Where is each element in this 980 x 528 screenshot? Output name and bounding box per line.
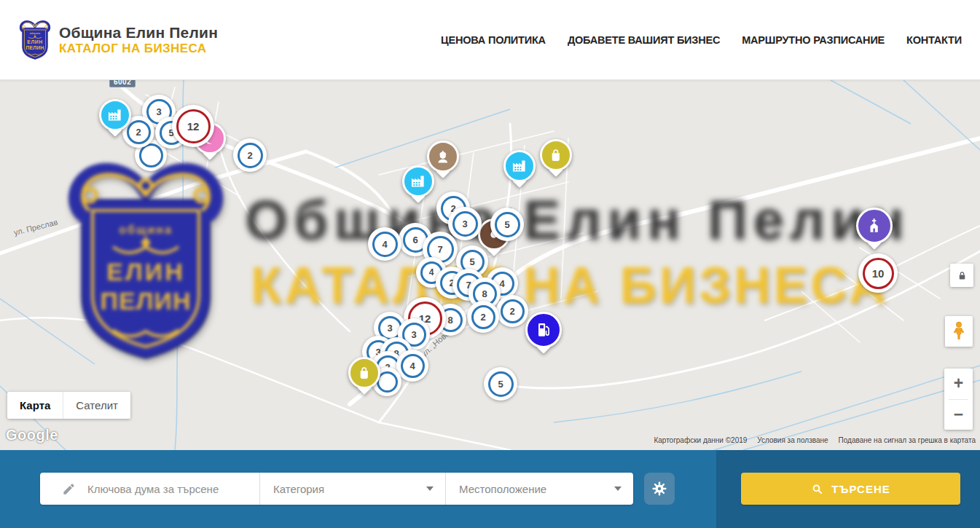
- fuel-pin-marker[interactable]: [525, 312, 562, 348]
- cluster-marker[interactable]: 5: [484, 367, 517, 401]
- cluster-marker[interactable]: 4: [396, 350, 428, 382]
- cluster-marker[interactable]: 5: [490, 208, 524, 241]
- map-type-map-button[interactable]: Карта: [7, 392, 63, 419]
- nav-add-your-business[interactable]: ДОБАВЕТЕ ВАШИЯТ БИЗНЕС: [568, 34, 720, 46]
- map-attribution: Картографски данни ©2019 Условия за полз…: [654, 436, 976, 444]
- cluster-marker[interactable]: 12: [172, 105, 214, 147]
- keyword-field-wrap: [40, 473, 260, 505]
- category-select-value: Категория: [273, 483, 324, 495]
- factory-pin-marker[interactable]: [99, 99, 131, 131]
- search-icon: [811, 483, 823, 495]
- zoom-out-button[interactable]: −: [944, 400, 973, 430]
- street-view-pegman-button[interactable]: [945, 316, 973, 347]
- nav-route-schedule[interactable]: МАРШРУТНО РАЗПИСАНИЕ: [742, 34, 885, 46]
- factory-pin-marker[interactable]: [503, 150, 536, 182]
- attribution-copyright: Картографски данни ©2019: [654, 436, 747, 444]
- pencil-icon: [62, 482, 76, 496]
- chevron-down-icon: [614, 486, 622, 491]
- google-logo[interactable]: Google: [6, 427, 58, 444]
- cluster-marker[interactable]: 2: [467, 301, 499, 333]
- attribution-terms-link[interactable]: Условия за ползване: [757, 436, 828, 444]
- map-type-control: Карта Сателит: [7, 392, 130, 419]
- location-select[interactable]: Местоположение: [446, 473, 633, 505]
- search-form: Категория Местоположение: [40, 473, 633, 505]
- location-select-value: Местоположение: [459, 483, 546, 495]
- search-panel: Категория Местоположение: [0, 450, 980, 528]
- nav-pricing-policy[interactable]: ЦЕНОВА ПОЛИТИКА: [441, 34, 546, 46]
- zoom-control: + −: [944, 369, 973, 430]
- gear-icon: [651, 481, 667, 497]
- cluster-marker[interactable]: 3: [448, 207, 482, 240]
- municipality-emblem-icon: [18, 16, 52, 64]
- zoom-in-button[interactable]: +: [944, 369, 973, 399]
- bag-pin-marker[interactable]: [540, 139, 572, 171]
- markers-layer: 32512223564754274822812333834510: [0, 80, 980, 450]
- pegman-icon: [949, 320, 968, 342]
- search-button[interactable]: ТЪРСЕНЕ: [741, 473, 960, 505]
- bag-pin-marker[interactable]: [348, 357, 380, 389]
- map-lock-button[interactable]: [950, 264, 973, 287]
- category-select[interactable]: Категория: [260, 473, 446, 505]
- site-logo[interactable]: Община Елин Пелин КАТАЛОГ НА БИЗНЕСА: [0, 16, 218, 64]
- cluster-marker[interactable]: 2: [496, 295, 528, 327]
- main-nav: ЦЕНОВА ПОЛИТИКА ДОБАВЕТЕ ВАШИЯТ БИЗНЕС М…: [441, 34, 980, 46]
- attribution-report-error-link[interactable]: Подаване на сигнал за грешка в картата: [839, 436, 976, 444]
- search-button-label: ТЪРСЕНЕ: [831, 483, 890, 495]
- chevron-down-icon: [426, 486, 434, 491]
- map-type-satellite-button[interactable]: Сателит: [63, 392, 130, 419]
- cluster-marker[interactable]: 4: [368, 227, 401, 261]
- lock-icon: [957, 270, 968, 281]
- nav-contacts[interactable]: КОНТАКТИ: [906, 34, 962, 46]
- header: Община Елин Пелин КАТАЛОГ НА БИЗНЕСА ЦЕН…: [0, 0, 980, 80]
- map-canvas[interactable]: ул. Преслав бул. „Новосел ции 6002 Общин…: [0, 80, 980, 450]
- cluster-marker[interactable]: 2: [233, 138, 267, 172]
- advanced-search-button[interactable]: [644, 473, 675, 505]
- church-pin-marker[interactable]: [856, 208, 893, 244]
- site-title: Община Елин Пелин: [59, 24, 218, 42]
- cluster-marker[interactable]: 10: [858, 253, 898, 293]
- site-subtitle: КАТАЛОГ НА БИЗНЕСА: [59, 42, 218, 56]
- keyword-search-input[interactable]: [86, 482, 248, 496]
- factory-pin-marker[interactable]: [402, 165, 434, 197]
